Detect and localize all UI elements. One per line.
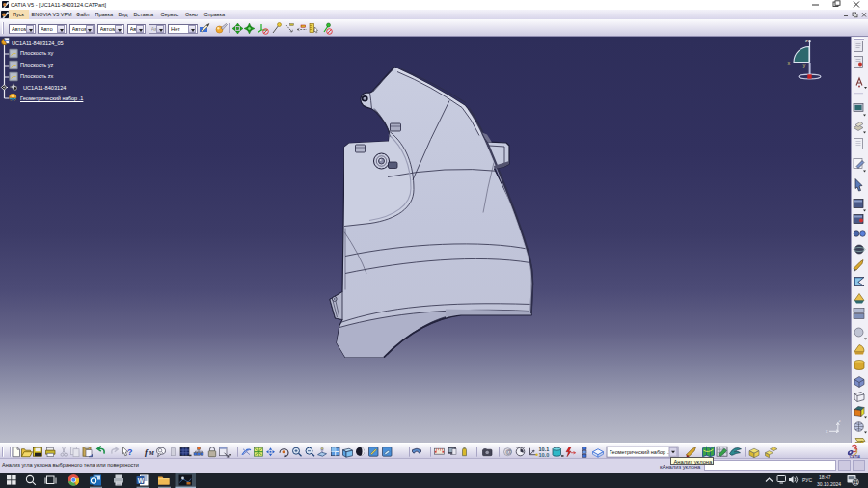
svg-text:z: z (805, 37, 808, 42)
svg-text:30.10.2024: 30.10.2024 (817, 481, 841, 487)
svg-text:x: x (826, 428, 828, 434)
svg-text:W: W (138, 477, 145, 484)
svg-text:M: M (149, 449, 155, 455)
svg-text:f: f (145, 447, 149, 456)
svg-text:y: y (803, 61, 806, 67)
svg-text:z: z (839, 417, 842, 422)
svg-text:Геометрический набор .1: Геометрический набор .1 (610, 449, 671, 455)
svg-text:10.0: 10.0 (539, 451, 550, 457)
svg-text:?: ? (127, 447, 133, 456)
svg-text:@: @ (505, 448, 512, 455)
svg-text:РУС: РУС (802, 477, 812, 483)
svg-text:18:47: 18:47 (819, 474, 831, 480)
svg-text:x: x (788, 60, 791, 66)
svg-text:21: 21 (854, 480, 859, 485)
